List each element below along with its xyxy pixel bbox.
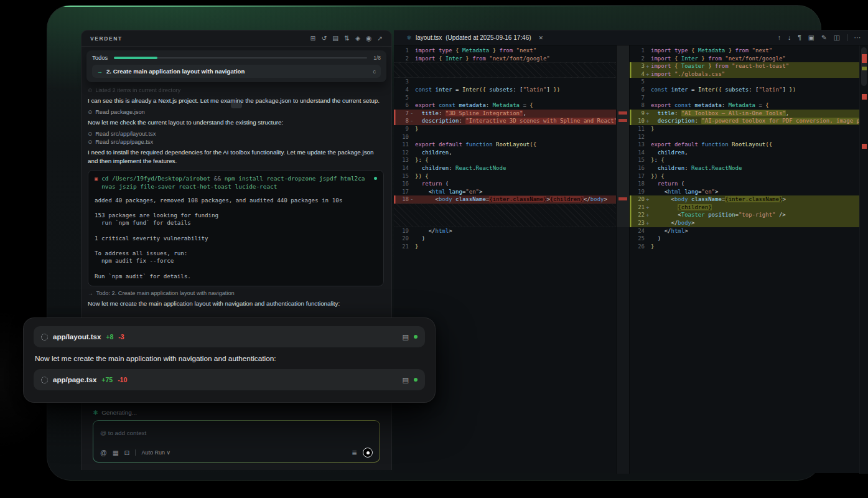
code-line[interactable]: 1import type { Metadata } from "next" [630,47,859,55]
diff-marker [646,180,651,188]
code-line[interactable]: 20 ) [394,235,616,243]
code-line[interactable]: 7- title: "3D Spline Integration", [394,110,616,118]
todo-reference-row[interactable]: → Todo: 2. Create main application layou… [88,290,384,296]
code-line[interactable]: 13export default function RootLayout({ [630,141,859,149]
code-text: import { Inter } from "next/font/google" [651,55,859,63]
todo-current-item[interactable]: → 2. Create main application layout with… [92,65,381,78]
code-line[interactable]: 14 children, [630,149,859,157]
code-line[interactable]: 7 [630,94,859,102]
code-line[interactable]: 14 children: React.ReactNode [394,164,616,172]
code-line[interactable]: 15}) { [394,172,616,181]
document-icon[interactable]: ▤ [403,333,409,341]
terminal-block[interactable]: ▣ cd /Users/19fyd/Desktop/airobot && npm… [88,170,384,286]
code-line[interactable]: 21+ {children} [630,204,859,212]
scroll-up-icon[interactable]: ↑ [778,34,781,41]
scroll-handle[interactable] [231,103,242,108]
todo-shortcut: c [373,68,376,75]
diff-marker: + [646,117,651,125]
code-line[interactable]: 13}: { [394,156,616,164]
file-change-row[interactable]: app/layout.tsx +8 -3 ▤ [34,326,425,347]
code-line[interactable]: 24 </html> [630,227,859,235]
code-line[interactable]: 17 <html lang="en"> [394,188,616,196]
code-line[interactable]: 5 [394,94,616,102]
code-line[interactable]: 3+import { Toaster } from "react-hot-toa… [630,62,859,70]
tag-icon[interactable]: ◈ [355,35,360,42]
code-line[interactable]: 19 </html> [394,227,616,235]
insert-icon[interactable]: ⊡ [124,449,130,456]
code-line[interactable]: 16 children: React.ReactNode [630,164,859,172]
code-text: import type { Metadata } from "next" [651,47,859,55]
code-line[interactable]: 8- description: "Interactive 3D scenes w… [394,117,616,125]
code-text [415,78,616,86]
sort-icon[interactable]: ⇅ [344,35,350,42]
code-line[interactable]: 12 [630,133,859,141]
code-line[interactable]: 9} [394,125,616,133]
code-line[interactable]: 26} [630,243,859,251]
code-line[interactable]: 8export const metadata: Metadata = { [630,101,859,110]
share-icon[interactable]: ↗ [377,35,383,42]
code-line[interactable]: 10 [394,133,616,141]
code-line[interactable]: 12 children, [394,149,616,157]
whitespace-icon[interactable]: ¶ [798,34,801,41]
code-line[interactable]: 20+ <body className={inter.className}> [630,195,859,204]
code-text: children, [651,149,859,157]
code-line[interactable]: 18- <body className={inter.className}>{c… [394,195,616,204]
line-number: 1 [630,47,646,55]
code-line[interactable]: 11} [630,125,859,133]
more-icon[interactable]: ⋯ [854,34,861,41]
code-line[interactable]: 16 return ( [394,180,616,188]
user-icon[interactable]: ◉ [366,35,371,42]
stop-generation-button[interactable] [363,448,373,458]
tab-layout-tsx[interactable]: ⚛ layout.tsx (Updated at 2025-09-16 17:4… [400,31,549,45]
diff-marker [646,78,651,86]
document-icon[interactable]: ▤ [403,376,409,384]
code-text: export const metadata: Metadata = { [651,101,859,110]
code-line[interactable]: 1import type { Metadata } from "next" [394,47,616,55]
tool-call-read[interactable]: ⊙ Read src/app/page.tsx [88,139,384,145]
close-icon[interactable]: ✕ [539,35,544,41]
code-text: export default function RootLayout({ [415,141,616,149]
diff-overview-ruler[interactable] [616,45,630,474]
code-line[interactable]: 4+import "./globals.css" [630,70,859,78]
tool-call-read[interactable]: ⊙ Read package.json [88,109,384,115]
code-line[interactable]: 19 <html lang="en"> [630,188,859,196]
code-line[interactable]: 22+ <Toaster position="top-right" /> [630,211,859,219]
code-line[interactable]: 4const inter = Inter({ subsets: ["latin"… [394,86,616,94]
mention-icon[interactable]: @ [100,449,107,456]
code-line[interactable]: 17}) { [630,172,859,181]
tool-call-read[interactable]: ⊙ Read src/app/layout.tsx [88,131,384,137]
code-line[interactable]: 25 ) [630,235,859,243]
file-icon[interactable]: ▤ [332,35,338,42]
code-line[interactable]: 2import { Inter } from "next/font/google… [630,55,859,63]
code-line[interactable]: 10+ description: "AI-powered toolbox for… [630,117,859,125]
arrow-icon: → [97,68,103,75]
file-change-row[interactable]: app/page.tsx +75 -10 ▤ [34,369,425,390]
history-icon[interactable]: ↺ [321,35,327,42]
code-line[interactable]: 15}: { [630,156,859,164]
compare-icon[interactable]: ▣ [808,34,814,41]
scroll-down-icon[interactable]: ↓ [788,34,791,41]
split-editor-icon[interactable]: ◫ [834,34,840,41]
diff-marker [646,101,651,110]
context-input[interactable] [100,430,373,436]
code-line[interactable]: 5 [630,78,859,86]
edit-icon[interactable]: ✎ [821,34,827,41]
code-line[interactable]: 9+ title: "AI Toolbox — All-in-One Tools… [630,110,859,118]
diff-marker [410,133,415,141]
auto-run-dropdown[interactable]: Auto Run ∨ [141,449,170,456]
editor-scrollbar[interactable] [859,45,868,474]
todos-card[interactable]: Todos 1/8 → 2. Create main application l… [86,50,386,82]
image-icon[interactable]: ▦ [113,449,119,456]
code-line[interactable]: 11export default function RootLayout({ [394,141,616,149]
grid-icon[interactable]: ≣ [352,449,357,456]
code-line[interactable]: 21} [394,243,616,251]
code-line[interactable]: 6const inter = Inter({ subsets: ["latin"… [630,86,859,94]
diff-marker [646,55,651,63]
code-line[interactable]: 2import { Inter } from "next/font/google… [394,55,616,63]
history-peek-row[interactable]: ⊙ Listed 2 items in current directory [88,87,384,93]
code-line[interactable]: 18 return ( [630,180,859,188]
code-line[interactable]: 6export const metadata: Metadata = { [394,101,616,110]
plus-icon[interactable]: ⊞ [310,35,316,42]
code-line[interactable]: 23+ </body> [630,219,859,227]
code-line[interactable]: 3 [394,78,616,86]
